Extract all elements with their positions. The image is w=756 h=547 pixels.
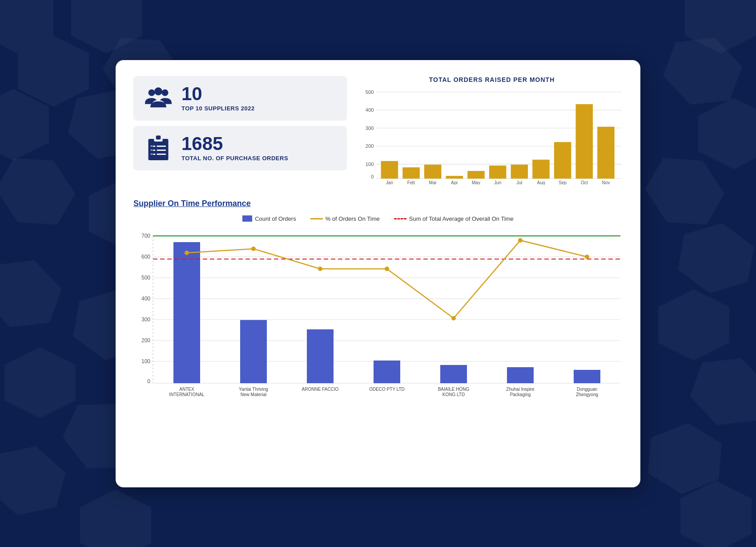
section-title: Supplier On Time Performance bbox=[133, 199, 623, 208]
svg-rect-38 bbox=[532, 159, 550, 178]
svg-text:BAIAILE HONG: BAIAILE HONG bbox=[438, 387, 470, 392]
legend-red-icon bbox=[394, 218, 406, 219]
bar-zhuhai bbox=[507, 367, 534, 383]
svg-rect-7 bbox=[157, 146, 166, 147]
monthly-chart-container: 500 400 300 200 100 0 Jan bbox=[361, 87, 623, 185]
svg-text:Jun: Jun bbox=[494, 180, 501, 185]
svg-rect-40 bbox=[554, 142, 571, 178]
bar-dongguan bbox=[574, 370, 600, 383]
svg-text:300: 300 bbox=[366, 125, 374, 130]
kpi-number-suppliers: 10 bbox=[181, 85, 255, 103]
svg-rect-34 bbox=[489, 165, 507, 178]
svg-point-0 bbox=[149, 89, 155, 96]
legend-yellow-icon bbox=[310, 218, 323, 219]
svg-text:Sep: Sep bbox=[559, 180, 567, 185]
dot-zhuhai bbox=[518, 238, 523, 243]
dot-yantai bbox=[251, 247, 256, 251]
svg-text:May: May bbox=[472, 180, 481, 185]
svg-text:Jul: Jul bbox=[516, 180, 522, 185]
svg-rect-44 bbox=[597, 126, 615, 178]
svg-text:Zhuhai Inspire: Zhuhai Inspire bbox=[506, 387, 535, 392]
svg-text:200: 200 bbox=[366, 143, 374, 149]
monthly-chart-svg: 500 400 300 200 100 0 Jan bbox=[361, 87, 623, 185]
svg-text:Jan: Jan bbox=[386, 180, 393, 185]
bar-aronne bbox=[307, 329, 334, 383]
svg-text:ARONNE FACCIO: ARONNE FACCIO bbox=[302, 387, 339, 392]
legend-bar-icon bbox=[242, 215, 252, 222]
legend-yellow-label: % of Orders On Time bbox=[326, 215, 380, 222]
dot-aronne bbox=[318, 267, 322, 271]
svg-text:Apr: Apr bbox=[451, 180, 458, 185]
clipboard-icon bbox=[144, 134, 173, 162]
dot-antex bbox=[185, 251, 189, 255]
kpi-number-orders: 1685 bbox=[181, 134, 288, 153]
svg-text:Mar: Mar bbox=[429, 180, 437, 185]
svg-rect-11 bbox=[157, 154, 166, 155]
svg-text:400: 400 bbox=[366, 107, 374, 113]
kpi-card-orders: 1685 TOTAL NO. OF PURCHASE ORDERS bbox=[133, 126, 347, 170]
supplier-section: Supplier On Time Performance Count of Or… bbox=[133, 199, 623, 405]
svg-text:500: 500 bbox=[366, 89, 374, 94]
svg-text:200: 200 bbox=[141, 337, 150, 344]
svg-text:Nov: Nov bbox=[602, 180, 610, 185]
top-section: 10 TOP 10 SUPPLIERS 2022 bbox=[133, 76, 623, 185]
svg-rect-36 bbox=[511, 164, 528, 178]
chart-legend: Count of Orders % of Orders On Time Sum … bbox=[133, 215, 623, 222]
bar-baiaile bbox=[440, 365, 467, 383]
svg-text:ANTEX: ANTEX bbox=[179, 387, 194, 392]
kpi-panel: 10 TOP 10 SUPPLIERS 2022 bbox=[133, 76, 347, 185]
bar-yantai bbox=[240, 320, 267, 383]
monthly-chart-panel: TOTAL ORDERS RAISED PER MONTH 500 400 30… bbox=[361, 76, 623, 185]
main-card: 10 TOP 10 SUPPLIERS 2022 bbox=[116, 60, 640, 487]
svg-text:100: 100 bbox=[366, 161, 374, 166]
svg-text:0: 0 bbox=[371, 174, 374, 179]
svg-text:100: 100 bbox=[141, 358, 150, 365]
svg-text:Feb: Feb bbox=[407, 180, 415, 185]
svg-rect-26 bbox=[402, 167, 420, 178]
svg-text:500: 500 bbox=[141, 275, 150, 281]
dot-odeco bbox=[385, 267, 389, 271]
people-icon bbox=[144, 84, 173, 113]
svg-rect-9 bbox=[157, 150, 166, 151]
svg-text:Yantai Thriving: Yantai Thriving bbox=[239, 387, 268, 392]
combined-chart-svg: 700 600 500 400 300 200 100 0 bbox=[133, 227, 623, 405]
svg-text:Oct: Oct bbox=[581, 180, 588, 185]
dot-dongguan bbox=[585, 255, 589, 259]
svg-rect-32 bbox=[467, 171, 485, 178]
svg-text:0: 0 bbox=[147, 378, 150, 385]
svg-text:Aug: Aug bbox=[537, 180, 545, 185]
kpi-text-suppliers: 10 TOP 10 SUPPLIERS 2022 bbox=[181, 85, 255, 112]
svg-text:Zhengyong: Zhengyong bbox=[576, 392, 598, 397]
svg-text:INTERNATIONAL: INTERNATIONAL bbox=[169, 392, 205, 397]
svg-rect-24 bbox=[381, 161, 398, 178]
legend-item-bars: Count of Orders bbox=[242, 215, 296, 222]
svg-point-2 bbox=[154, 87, 162, 95]
kpi-label-suppliers: TOP 10 SUPPLIERS 2022 bbox=[181, 105, 255, 112]
svg-text:New Material: New Material bbox=[241, 392, 266, 397]
svg-text:Packaging: Packaging bbox=[510, 392, 531, 397]
dot-baiaile bbox=[451, 316, 456, 320]
kpi-label-orders: TOTAL NO. OF PURCHASE ORDERS bbox=[181, 155, 288, 162]
legend-item-yellow: % of Orders On Time bbox=[310, 215, 380, 222]
svg-text:400: 400 bbox=[141, 296, 150, 302]
svg-rect-5 bbox=[156, 135, 161, 139]
kpi-text-orders: 1685 TOTAL NO. OF PURCHASE ORDERS bbox=[181, 134, 288, 162]
svg-rect-42 bbox=[576, 104, 593, 178]
kpi-card-suppliers: 10 TOP 10 SUPPLIERS 2022 bbox=[133, 76, 347, 121]
svg-rect-28 bbox=[424, 164, 442, 178]
svg-text:Dongguan: Dongguan bbox=[577, 387, 597, 392]
monthly-chart-title: TOTAL ORDERS RAISED PER MONTH bbox=[361, 76, 623, 83]
legend-red-label: Sum of Total Average of Overall On Time bbox=[409, 215, 514, 222]
legend-item-red: Sum of Total Average of Overall On Time bbox=[394, 215, 514, 222]
svg-text:600: 600 bbox=[141, 254, 150, 260]
bar-odeco bbox=[374, 361, 400, 383]
svg-text:700: 700 bbox=[141, 233, 150, 239]
bar-antex bbox=[173, 242, 200, 383]
svg-rect-30 bbox=[446, 176, 463, 178]
combined-chart-container: 700 600 500 400 300 200 100 0 bbox=[133, 227, 623, 405]
legend-bar-label: Count of Orders bbox=[255, 215, 296, 222]
svg-point-1 bbox=[162, 89, 169, 96]
svg-text:ODECO PTY LTD: ODECO PTY LTD bbox=[369, 387, 405, 392]
svg-text:300: 300 bbox=[141, 316, 150, 323]
yellow-line bbox=[187, 240, 587, 318]
